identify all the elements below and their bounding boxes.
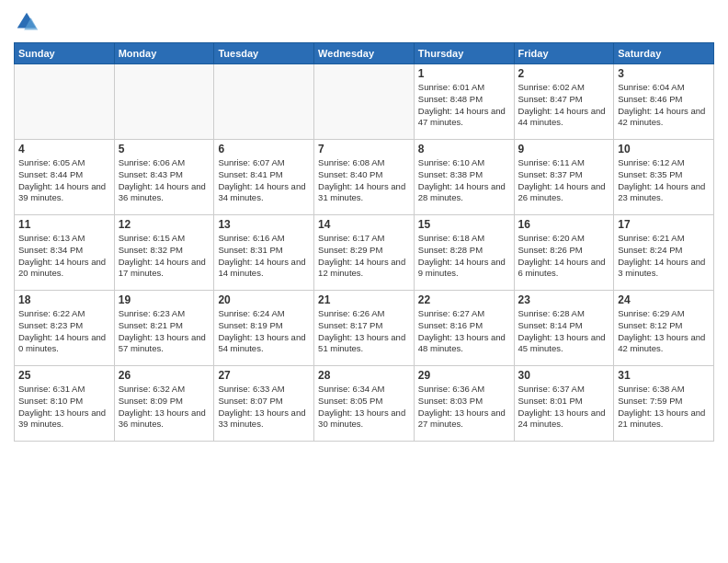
day-number: 15 — [418, 218, 510, 231]
weekday-header-monday: Monday — [114, 43, 214, 64]
calendar-cell: 28Sunrise: 6:34 AMSunset: 8:05 PMDayligh… — [314, 366, 415, 442]
day-info: Sunrise: 6:08 AMSunset: 8:40 PMDaylight:… — [318, 157, 410, 204]
day-number: 31 — [618, 369, 710, 382]
day-info: Sunrise: 6:02 AMSunset: 8:47 PMDaylight:… — [518, 82, 610, 129]
day-number: 25 — [18, 369, 110, 382]
day-number: 29 — [418, 369, 510, 382]
weekday-header-sunday: Sunday — [15, 43, 115, 64]
day-number: 23 — [518, 293, 610, 306]
calendar-table: SundayMondayTuesdayWednesdayThursdayFrid… — [14, 42, 714, 442]
weekday-header-wednesday: Wednesday — [314, 43, 415, 64]
day-info: Sunrise: 6:38 AMSunset: 7:59 PMDaylight:… — [618, 384, 710, 431]
calendar-cell: 22Sunrise: 6:27 AMSunset: 8:16 PMDayligh… — [414, 291, 514, 366]
day-info: Sunrise: 6:28 AMSunset: 8:14 PMDaylight:… — [518, 308, 610, 355]
calendar-cell: 6Sunrise: 6:07 AMSunset: 8:41 PMDaylight… — [214, 140, 314, 215]
day-number: 4 — [18, 143, 110, 155]
day-number: 14 — [318, 218, 410, 231]
day-number: 6 — [218, 143, 310, 155]
calendar-cell: 19Sunrise: 6:23 AMSunset: 8:21 PMDayligh… — [114, 291, 214, 366]
calendar-cell: 3Sunrise: 6:04 AMSunset: 8:46 PMDaylight… — [614, 64, 714, 140]
calendar-cell: 30Sunrise: 6:37 AMSunset: 8:01 PMDayligh… — [514, 366, 614, 442]
day-number: 17 — [618, 218, 710, 231]
header — [14, 9, 714, 35]
calendar-cell — [314, 64, 415, 140]
calendar-cell: 7Sunrise: 6:08 AMSunset: 8:40 PMDaylight… — [314, 140, 415, 215]
calendar-cell — [15, 64, 115, 140]
calendar-cell: 17Sunrise: 6:21 AMSunset: 8:24 PMDayligh… — [614, 215, 714, 291]
day-info: Sunrise: 6:12 AMSunset: 8:35 PMDaylight:… — [618, 157, 710, 204]
calendar-cell: 10Sunrise: 6:12 AMSunset: 8:35 PMDayligh… — [614, 140, 714, 215]
day-number: 20 — [218, 293, 310, 306]
calendar-cell: 24Sunrise: 6:29 AMSunset: 8:12 PMDayligh… — [614, 291, 714, 366]
week-row-1: 1Sunrise: 6:01 AMSunset: 8:48 PMDaylight… — [15, 64, 714, 140]
day-info: Sunrise: 6:17 AMSunset: 8:29 PMDaylight:… — [318, 233, 410, 280]
day-info: Sunrise: 6:15 AMSunset: 8:32 PMDaylight:… — [119, 233, 210, 280]
weekday-header-thursday: Thursday — [414, 43, 514, 64]
calendar-cell: 29Sunrise: 6:36 AMSunset: 8:03 PMDayligh… — [414, 366, 514, 442]
day-number: 9 — [518, 143, 610, 155]
day-info: Sunrise: 6:04 AMSunset: 8:46 PMDaylight:… — [618, 82, 710, 129]
day-number: 21 — [318, 293, 410, 306]
calendar-cell: 18Sunrise: 6:22 AMSunset: 8:23 PMDayligh… — [15, 291, 115, 366]
calendar-cell — [214, 64, 314, 140]
day-number: 3 — [618, 67, 710, 80]
day-info: Sunrise: 6:27 AMSunset: 8:16 PMDaylight:… — [418, 308, 510, 355]
calendar-cell: 14Sunrise: 6:17 AMSunset: 8:29 PMDayligh… — [314, 215, 415, 291]
day-number: 1 — [418, 67, 510, 80]
calendar-cell: 31Sunrise: 6:38 AMSunset: 7:59 PMDayligh… — [614, 366, 714, 442]
day-number: 19 — [119, 293, 210, 306]
logo-icon — [14, 9, 40, 35]
calendar-cell: 12Sunrise: 6:15 AMSunset: 8:32 PMDayligh… — [114, 215, 214, 291]
weekday-header-tuesday: Tuesday — [214, 43, 314, 64]
day-info: Sunrise: 6:05 AMSunset: 8:44 PMDaylight:… — [18, 157, 110, 204]
day-number: 16 — [518, 218, 610, 231]
calendar-cell: 9Sunrise: 6:11 AMSunset: 8:37 PMDaylight… — [514, 140, 614, 215]
day-info: Sunrise: 6:26 AMSunset: 8:17 PMDaylight:… — [318, 308, 410, 355]
calendar-cell: 20Sunrise: 6:24 AMSunset: 8:19 PMDayligh… — [214, 291, 314, 366]
day-info: Sunrise: 6:37 AMSunset: 8:01 PMDaylight:… — [518, 384, 610, 431]
day-info: Sunrise: 6:13 AMSunset: 8:34 PMDaylight:… — [18, 233, 110, 280]
day-info: Sunrise: 6:29 AMSunset: 8:12 PMDaylight:… — [618, 308, 710, 355]
day-number: 2 — [518, 67, 610, 80]
day-info: Sunrise: 6:18 AMSunset: 8:28 PMDaylight:… — [418, 233, 510, 280]
week-row-4: 18Sunrise: 6:22 AMSunset: 8:23 PMDayligh… — [15, 291, 714, 366]
day-number: 8 — [418, 143, 510, 155]
weekday-header-saturday: Saturday — [614, 43, 714, 64]
day-number: 13 — [218, 218, 310, 231]
day-number: 12 — [119, 218, 210, 231]
day-number: 7 — [318, 143, 410, 155]
day-number: 22 — [418, 293, 510, 306]
calendar-cell: 1Sunrise: 6:01 AMSunset: 8:48 PMDaylight… — [414, 64, 514, 140]
weekday-header-friday: Friday — [514, 43, 614, 64]
day-number: 11 — [18, 218, 110, 231]
calendar-cell: 21Sunrise: 6:26 AMSunset: 8:17 PMDayligh… — [314, 291, 415, 366]
week-row-5: 25Sunrise: 6:31 AMSunset: 8:10 PMDayligh… — [15, 366, 714, 442]
day-info: Sunrise: 6:01 AMSunset: 8:48 PMDaylight:… — [418, 82, 510, 129]
calendar-cell: 25Sunrise: 6:31 AMSunset: 8:10 PMDayligh… — [15, 366, 115, 442]
day-info: Sunrise: 6:20 AMSunset: 8:26 PMDaylight:… — [518, 233, 610, 280]
weekday-header-row: SundayMondayTuesdayWednesdayThursdayFrid… — [15, 43, 714, 64]
calendar-cell: 15Sunrise: 6:18 AMSunset: 8:28 PMDayligh… — [414, 215, 514, 291]
day-info: Sunrise: 6:23 AMSunset: 8:21 PMDaylight:… — [119, 308, 210, 355]
day-number: 5 — [119, 143, 210, 155]
calendar-cell: 2Sunrise: 6:02 AMSunset: 8:47 PMDaylight… — [514, 64, 614, 140]
calendar-cell: 27Sunrise: 6:33 AMSunset: 8:07 PMDayligh… — [214, 366, 314, 442]
calendar-cell: 8Sunrise: 6:10 AMSunset: 8:38 PMDaylight… — [414, 140, 514, 215]
day-number: 30 — [518, 369, 610, 382]
day-info: Sunrise: 6:10 AMSunset: 8:38 PMDaylight:… — [418, 157, 510, 204]
day-info: Sunrise: 6:31 AMSunset: 8:10 PMDaylight:… — [18, 384, 110, 431]
calendar-cell: 23Sunrise: 6:28 AMSunset: 8:14 PMDayligh… — [514, 291, 614, 366]
day-info: Sunrise: 6:06 AMSunset: 8:43 PMDaylight:… — [119, 157, 210, 204]
day-info: Sunrise: 6:07 AMSunset: 8:41 PMDaylight:… — [218, 157, 310, 204]
day-info: Sunrise: 6:21 AMSunset: 8:24 PMDaylight:… — [618, 233, 710, 280]
day-info: Sunrise: 6:32 AMSunset: 8:09 PMDaylight:… — [119, 384, 210, 431]
page: SundayMondayTuesdayWednesdayThursdayFrid… — [0, 0, 728, 563]
day-number: 27 — [218, 369, 310, 382]
day-number: 26 — [119, 369, 210, 382]
day-info: Sunrise: 6:34 AMSunset: 8:05 PMDaylight:… — [318, 384, 410, 431]
day-info: Sunrise: 6:22 AMSunset: 8:23 PMDaylight:… — [18, 308, 110, 355]
week-row-3: 11Sunrise: 6:13 AMSunset: 8:34 PMDayligh… — [15, 215, 714, 291]
day-number: 28 — [318, 369, 410, 382]
day-number: 18 — [18, 293, 110, 306]
day-info: Sunrise: 6:33 AMSunset: 8:07 PMDaylight:… — [218, 384, 310, 431]
